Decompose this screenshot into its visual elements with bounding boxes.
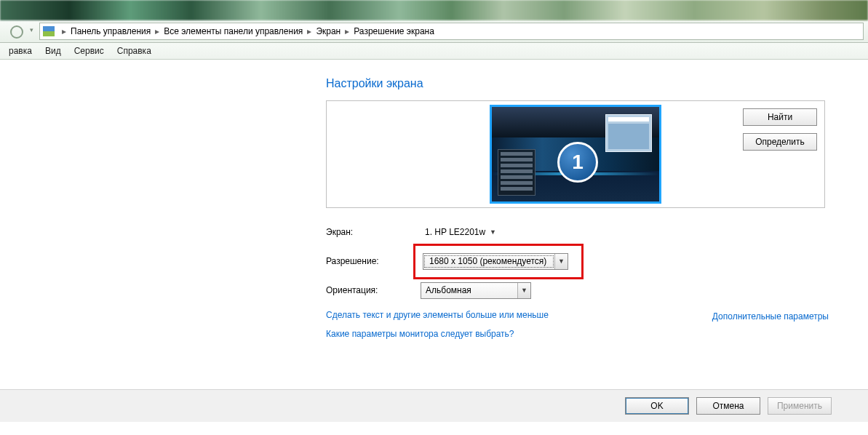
window-chrome-blur (0, 0, 868, 20)
settings-form: Экран: 1. HP LE2201w ▼ Разрешение: 1680 … (326, 223, 868, 300)
breadcrumb-item[interactable]: Разрешение экрана (354, 26, 434, 36)
cancel-button[interactable]: Отмена (696, 397, 760, 415)
monitor-thumbnail[interactable]: 1 (490, 105, 661, 204)
chevron-right-icon: ▸ (345, 26, 349, 36)
chevron-right-icon: ▸ (62, 26, 66, 36)
chevron-down-icon: ▼ (554, 254, 568, 269)
monitor-number-badge: 1 (557, 142, 598, 183)
screen-value: 1. HP LE2201w (421, 227, 487, 237)
apply-button: Применить (768, 397, 832, 415)
orientation-dropdown[interactable]: Альбомная ▼ (421, 282, 531, 299)
menu-bar: равка Вид Сервис Справка (0, 43, 868, 60)
monitor-number: 1 (572, 151, 584, 174)
chevron-down-icon: ▼ (487, 225, 499, 240)
ok-button[interactable]: OK (625, 397, 689, 415)
chevron-right-icon: ▸ (307, 26, 311, 36)
address-bar: ▸ Панель управления ▸ Все элементы панел… (0, 20, 868, 43)
breadcrumb[interactable]: ▸ Панель управления ▸ Все элементы панел… (39, 23, 864, 40)
window-icon (605, 114, 652, 152)
which-settings-link[interactable]: Какие параметры монитора следует выбрать… (326, 329, 868, 339)
chevron-right-icon: ▸ (155, 26, 159, 36)
menu-help[interactable]: Справка (117, 46, 151, 56)
orientation-label: Ориентация: (326, 285, 421, 295)
start-menu-icon (498, 149, 535, 196)
identify-button[interactable]: Определить (743, 133, 817, 151)
content-area: Настройки экрана 1 Найти Определить Экра… (0, 60, 868, 422)
resolution-value: 1680 x 1050 (рекомендуется) (424, 255, 554, 268)
menu-view[interactable]: Вид (45, 46, 61, 56)
page-title: Настройки экрана (326, 77, 868, 90)
menu-edit[interactable]: равка (9, 46, 32, 56)
screen-label: Экран: (326, 227, 421, 237)
resolution-dropdown[interactable]: 1680 x 1050 (рекомендуется) ▼ (423, 253, 568, 270)
display-preview-box: 1 Найти Определить (326, 100, 825, 208)
dialog-button-bar: OK Отмена Применить (0, 389, 868, 422)
control-panel-icon (43, 26, 55, 36)
menu-tools[interactable]: Сервис (74, 46, 104, 56)
find-button[interactable]: Найти (743, 108, 817, 126)
screen-dropdown[interactable]: 1. HP LE2201w ▼ (421, 225, 499, 240)
advanced-settings-link[interactable]: Дополнительные параметры (712, 311, 829, 322)
highlight-annotation: 1680 x 1050 (рекомендуется) ▼ (413, 244, 584, 279)
chevron-down-icon: ▼ (517, 283, 530, 298)
orientation-value: Альбомная (421, 285, 517, 295)
breadcrumb-item[interactable]: Все элементы панели управления (164, 26, 303, 36)
breadcrumb-item[interactable]: Экран (316, 26, 341, 36)
breadcrumb-item[interactable]: Панель управления (71, 26, 151, 36)
nav-back-button[interactable] (3, 24, 23, 39)
resolution-label: Разрешение: (326, 256, 421, 266)
